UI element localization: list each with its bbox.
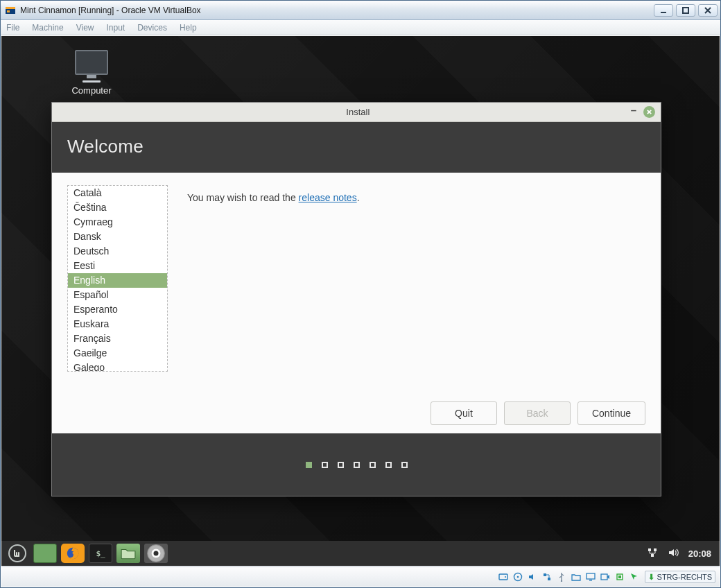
computer-icon [75, 50, 108, 75]
install-window-title: Install [85, 107, 631, 117]
host-maximize-button[interactable] [676, 4, 695, 17]
install-close-button[interactable] [643, 106, 655, 118]
svg-rect-16 [587, 573, 595, 579]
svg-point-15 [561, 580, 562, 582]
language-option[interactable]: Euskara [68, 317, 167, 331]
quit-button[interactable]: Quit [431, 401, 497, 425]
host-close-button[interactable] [698, 4, 718, 17]
install-window: Install – Welcome CatalàČeštinaCymraegDa… [51, 102, 661, 496]
host-key-label: STRG-RECHTS [657, 573, 712, 581]
mint-logo-icon [8, 544, 26, 562]
language-option[interactable]: Dansk [68, 230, 167, 244]
sb-audio-icon[interactable] [527, 571, 539, 583]
svg-rect-4 [683, 8, 688, 13]
virtualbox-icon [5, 5, 16, 16]
taskbar-files[interactable] [116, 544, 140, 563]
svg-rect-20 [618, 576, 621, 578]
menu-help[interactable]: Help [180, 23, 197, 33]
progress-dot [306, 462, 312, 468]
host-window-title: Mint Cinnamon [Running] - Oracle VM Virt… [20, 6, 201, 15]
body-text-prefix: You may wish to read the [187, 192, 299, 203]
menu-input[interactable]: Input [107, 23, 125, 33]
show-desktop-button[interactable] [33, 544, 57, 563]
svg-point-12 [517, 576, 519, 578]
system-tray: 20:08 [647, 547, 715, 560]
computer-icon-stand [82, 80, 101, 83]
release-notes-link[interactable]: release notes [299, 192, 357, 203]
sb-mouse-icon[interactable] [629, 571, 641, 583]
host-menubar: File Machine View Input Devices Help [1, 20, 720, 35]
sb-shared-folder-icon[interactable] [571, 571, 582, 583]
host-key-indicator[interactable]: ⬇ STRG-RECHTS [645, 571, 715, 583]
install-progress-dots [52, 433, 661, 496]
svg-rect-9 [499, 574, 507, 580]
language-option[interactable]: Gaeilge [68, 346, 167, 361]
svg-point-10 [505, 576, 506, 578]
progress-dot [338, 462, 344, 468]
language-option[interactable]: Čeština [68, 200, 167, 215]
language-option[interactable]: Español [68, 288, 167, 302]
svg-rect-2 [7, 10, 10, 12]
continue-button[interactable]: Continue [577, 401, 645, 425]
svg-rect-13 [544, 573, 546, 576]
language-option[interactable]: Deutsch [68, 244, 167, 259]
sb-cpu-icon[interactable] [614, 571, 626, 583]
host-minimize-button[interactable] [654, 4, 673, 17]
guest-screen: Computer Install – Welcome CatalàČešt [1, 36, 720, 566]
progress-dot [385, 462, 392, 468]
language-option[interactable]: Eesti [68, 259, 167, 273]
body-text-suffix: . [357, 192, 360, 203]
desktop-icon-label: Computer [64, 85, 119, 96]
install-actions: Quit Back Continue [431, 401, 645, 425]
install-titlebar[interactable]: Install – [52, 103, 661, 122]
progress-dot [322, 462, 328, 468]
volume-icon[interactable] [668, 547, 679, 560]
install-heading: Welcome [52, 122, 661, 173]
svg-rect-1 [6, 7, 15, 9]
svg-rect-17 [589, 580, 592, 581]
back-button: Back [504, 401, 571, 425]
virtualbox-window: Mint Cinnamon [Running] - Oracle VM Virt… [0, 0, 721, 588]
sb-usb-icon[interactable] [556, 571, 568, 583]
progress-dot [401, 462, 408, 468]
taskbar-clock[interactable]: 20:08 [688, 548, 711, 559]
desktop-icon-computer[interactable]: Computer [64, 50, 119, 96]
language-list[interactable]: CatalàČeštinaCymraegDanskDeutschEestiEng… [67, 185, 168, 372]
progress-dot [354, 462, 360, 468]
host-statusbar: ⬇ STRG-RECHTS [1, 567, 720, 587]
language-option[interactable]: Català [68, 186, 167, 200]
mint-menu-button[interactable] [6, 544, 29, 563]
sb-optical-icon[interactable] [512, 571, 524, 583]
language-option[interactable]: Galego [68, 361, 167, 372]
language-option[interactable]: Français [68, 331, 167, 346]
taskbar-terminal[interactable]: $_ [89, 544, 112, 563]
language-option[interactable]: Cymraeg [68, 215, 167, 230]
svg-rect-18 [601, 574, 607, 580]
menu-machine[interactable]: Machine [32, 23, 63, 33]
hostkey-arrow-icon: ⬇ [648, 573, 654, 582]
menu-devices[interactable]: Devices [137, 23, 167, 33]
mint-desktop[interactable]: Computer Install – Welcome CatalàČešt [1, 36, 720, 566]
menu-file[interactable]: File [6, 23, 19, 33]
progress-dot [370, 462, 376, 468]
sb-recording-icon[interactable] [600, 571, 611, 583]
menu-view[interactable]: View [76, 23, 94, 33]
sb-network-icon[interactable] [541, 571, 553, 583]
install-minimize-button[interactable]: – [631, 104, 636, 116]
taskbar-firefox[interactable] [61, 544, 85, 563]
sb-harddisk-icon[interactable] [498, 571, 510, 583]
install-body-text: You may wish to read the release notes. [187, 185, 645, 433]
mint-taskbar: $_ 20:08 [1, 541, 720, 566]
sb-display-icon[interactable] [585, 571, 597, 583]
svg-rect-3 [661, 12, 666, 13]
install-body: CatalàČeštinaCymraegDanskDeutschEestiEng… [52, 173, 661, 433]
taskbar-installer[interactable] [144, 544, 168, 563]
svg-rect-6 [648, 548, 651, 551]
svg-rect-7 [654, 548, 657, 551]
cd-icon [147, 544, 165, 562]
host-titlebar[interactable]: Mint Cinnamon [Running] - Oracle VM Virt… [1, 1, 720, 20]
language-option[interactable]: English [68, 273, 167, 288]
language-option[interactable]: Esperanto [68, 302, 167, 317]
network-icon[interactable] [647, 547, 658, 560]
